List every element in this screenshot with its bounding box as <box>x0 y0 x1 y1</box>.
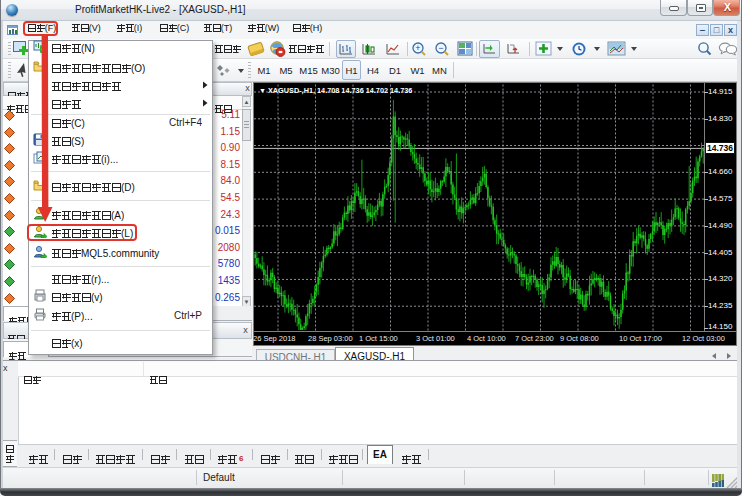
svg-text:+: + <box>415 43 420 53</box>
svg-text:−: − <box>438 43 443 53</box>
